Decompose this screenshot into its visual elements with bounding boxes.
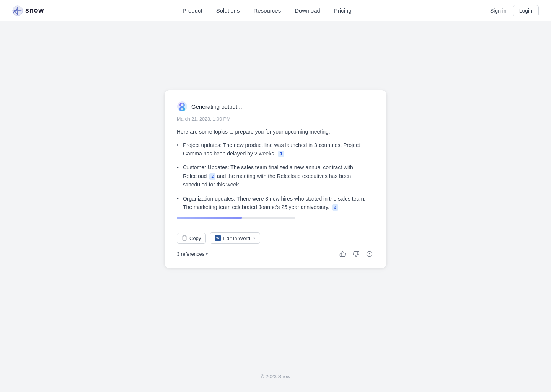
action-row: Copy W Edit in Word ▾ bbox=[177, 232, 374, 244]
copy-button[interactable]: Copy bbox=[177, 233, 206, 244]
thumbs-down-button[interactable] bbox=[351, 249, 361, 259]
nav-center: Product Solutions Resources Download Pri… bbox=[183, 7, 352, 14]
timestamp: March 21, 2023, 1:00 PM bbox=[177, 116, 374, 122]
clipboard-icon bbox=[182, 235, 187, 241]
snow-logo-icon bbox=[12, 5, 23, 16]
references-link[interactable]: 3 references ▾ bbox=[177, 251, 208, 257]
thumbs-down-icon bbox=[353, 251, 359, 257]
nav-product[interactable]: Product bbox=[183, 7, 202, 14]
chevron-down-icon: ▾ bbox=[253, 236, 255, 240]
list-item: Customer Updates: The sales team finaliz… bbox=[177, 163, 374, 189]
intro-text: Here are some topics to prepare you for … bbox=[177, 128, 374, 136]
output-card: Generating output... March 21, 2023, 1:0… bbox=[165, 90, 386, 268]
svg-rect-9 bbox=[184, 236, 185, 237]
flag-icon bbox=[366, 251, 373, 257]
svg-point-7 bbox=[181, 104, 184, 106]
thumbs-up-button[interactable] bbox=[338, 249, 347, 259]
card-header: Generating output... bbox=[177, 101, 374, 112]
generating-label: Generating output... bbox=[191, 103, 242, 110]
navbar-right: Sign in Login bbox=[490, 5, 539, 16]
nav-resources[interactable]: Resources bbox=[253, 7, 281, 14]
svg-point-5 bbox=[16, 10, 18, 11]
footer: © 2023 Snow bbox=[0, 373, 551, 380]
main-content: Generating output... March 21, 2023, 1:0… bbox=[0, 21, 551, 268]
reference-badge-3[interactable]: 3 bbox=[332, 204, 338, 211]
navbar: snow Product Solutions Resources Downloa… bbox=[0, 0, 551, 21]
list-item: Organization updates: There were 3 new h… bbox=[177, 194, 374, 212]
edit-in-word-button[interactable]: W Edit in Word ▾ bbox=[210, 232, 260, 244]
login-button[interactable]: Login bbox=[513, 5, 539, 16]
reference-badge-2[interactable]: 2 bbox=[209, 173, 215, 180]
references-row: 3 references ▾ bbox=[177, 249, 374, 259]
flag-button[interactable] bbox=[365, 249, 374, 259]
logo-text: snow bbox=[25, 7, 44, 15]
bullet-list: Project updates: The new product line wa… bbox=[177, 141, 374, 212]
chevron-down-icon: ▾ bbox=[206, 252, 208, 256]
references-label: 3 references bbox=[177, 251, 204, 257]
logo[interactable]: snow bbox=[12, 5, 44, 16]
sign-in-button[interactable]: Sign in bbox=[490, 8, 507, 14]
feedback-icons bbox=[338, 249, 374, 259]
loading-bar bbox=[177, 217, 295, 219]
thumbs-up-icon bbox=[339, 251, 346, 257]
divider bbox=[177, 227, 374, 227]
word-icon: W bbox=[215, 235, 221, 241]
footer-text: © 2023 Snow bbox=[261, 374, 290, 379]
reference-badge-1[interactable]: 1 bbox=[278, 151, 284, 157]
loading-bar-fill bbox=[177, 217, 242, 219]
ai-logo-icon bbox=[177, 101, 187, 112]
nav-pricing[interactable]: Pricing bbox=[334, 7, 352, 14]
nav-solutions[interactable]: Solutions bbox=[216, 7, 240, 14]
nav-download[interactable]: Download bbox=[295, 7, 320, 14]
svg-point-8 bbox=[181, 108, 183, 110]
list-item: Project updates: The new product line wa… bbox=[177, 141, 374, 158]
